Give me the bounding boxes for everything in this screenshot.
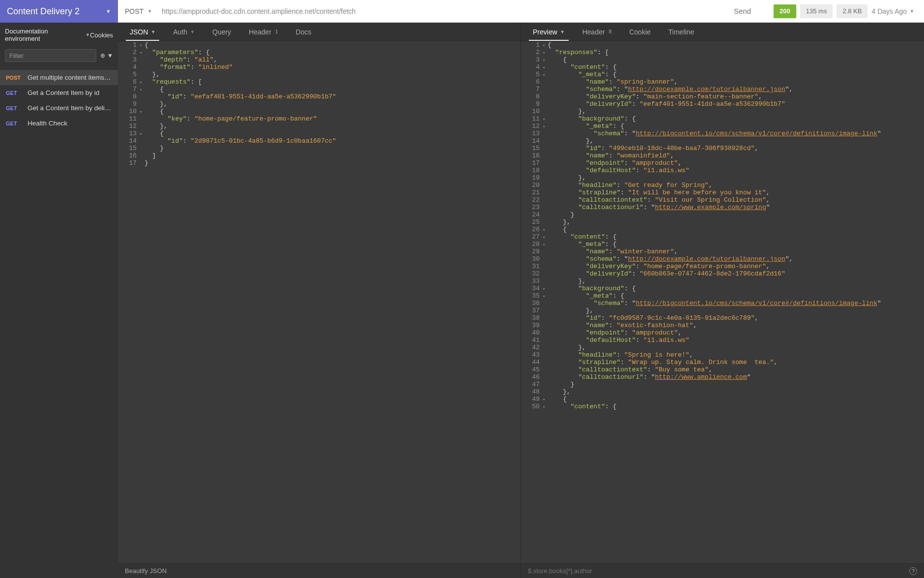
fold-icon[interactable]: ▾ [140,41,144,49]
line-number: 5 [118,71,140,78]
sidebar-item[interactable]: POSTGet multiple content items by id ... [0,70,118,85]
fold-icon[interactable]: ▾ [543,226,548,233]
code-line: 9 "deliveryId": "eefaf401-9551-41dd-aa5e… [521,100,924,108]
jsonpath-input[interactable]: $.store.books[*].author [528,567,592,575]
tab-timeline[interactable]: Timeline [660,23,703,41]
fold-icon[interactable]: ▾ [140,49,144,56]
code-content: { [144,108,169,115]
tab-json[interactable]: JSON▼ [121,23,164,41]
chevron-down-icon: ▼ [106,8,111,14]
code-content: }, [548,218,576,226]
sidebar-item[interactable]: GETGet a Content Item by id [0,85,118,100]
line-number: 16 [118,152,140,159]
fold-icon [543,329,548,336]
fold-icon[interactable]: ▾ [543,292,548,300]
code-content: "background": { [548,115,640,122]
line-number: 2 [118,49,140,56]
code-line: 9 }, [118,100,520,108]
fold-icon[interactable]: ▾ [140,130,144,137]
tab-query[interactable]: Query [203,23,240,41]
timestamp-label: 4 Days Ago [871,7,907,15]
tab-auth[interactable]: Auth▼ [164,23,203,41]
response-time-pill: 135 ms [800,4,833,18]
filter-row: ⊕ ▼ [0,47,118,67]
fold-icon[interactable]: ▾ [543,56,548,63]
history-timestamp-dropdown[interactable]: 4 Days Ago ▼ [871,7,924,15]
fold-icon[interactable]: ▾ [543,395,548,403]
fold-icon [140,56,144,63]
fold-icon[interactable]: ▾ [543,403,548,410]
fold-icon [543,263,548,270]
chevron-down-icon: ▼ [560,30,565,34]
request-body-editor[interactable]: 1▾{2▾ "parameters": {3 "depth": "all",4 … [118,41,521,563]
code-content: } [144,145,169,152]
code-content: "background": { [548,285,640,292]
beautify-json-button[interactable]: Beautify JSON [125,567,167,575]
new-request-dropdown[interactable]: ⊕ ▼ [100,52,113,59]
workspace-selector[interactable]: Content Delivery 2 ▼ [0,0,118,23]
line-number: 45 [521,366,543,373]
code-line: 36 "schema": "http://bigcontent.io/cms/s… [521,300,924,307]
code-content: "endpoint": "ampproduct", [548,329,687,336]
environment-selector[interactable]: Documentation environment ▼ [5,28,90,42]
code-content: "id": "499ceb10-18dc-48be-baa7-306f93892… [548,145,763,152]
filter-input[interactable] [5,49,96,62]
fold-icon[interactable]: ▾ [140,108,144,115]
code-content: "content": { [548,403,621,410]
code-content: "_meta": { [548,71,621,78]
fold-icon[interactable]: ▾ [543,233,548,241]
code-content: "calltoactiontext": "Buy some tea", [548,366,718,373]
fold-icon[interactable]: ▾ [140,86,144,93]
fold-icon[interactable]: ▾ [543,71,548,78]
fold-icon[interactable]: ▾ [543,41,548,49]
response-body-viewer[interactable]: 1▾{2▾ "responses": [3▾ {4▾ "content": {5… [521,41,924,563]
code-line: 1▾{ [118,41,520,49]
fold-icon[interactable]: ▾ [543,49,548,56]
tab-docs[interactable]: Docs [287,23,320,41]
code-line: 44 "strapline": "Wrap up. Stay calm. Dri… [521,359,924,366]
fold-icon[interactable]: ▾ [543,115,548,122]
code-line: 7 "schema": "http://docexample.com/tutor… [521,86,924,93]
code-content: "headline": "Spring is here!", [548,351,698,359]
tab-preview[interactable]: Preview▼ [524,23,574,41]
fold-icon[interactable]: ▾ [543,63,548,71]
fold-icon[interactable]: ▾ [140,78,144,86]
code-line: 11▾ "background": { [521,115,924,122]
tab-cookie[interactable]: Cookie [620,23,660,41]
line-number: 4 [118,63,140,71]
fold-icon [543,218,548,226]
line-number: 31 [521,263,543,270]
code-line: 34▾ "background": { [521,285,924,292]
chevron-down-icon: ▼ [910,9,914,14]
sidebar-item[interactable]: GETGet a Content Item by delivery key [0,100,118,116]
code-content: "schema": "http://bigcontent.io/cms/sche… [548,300,886,307]
sidebar-item[interactable]: GETHealth Check [0,116,118,131]
http-method-selector[interactable]: POST ▼ [118,7,159,15]
line-number: 36 [521,300,543,307]
fold-icon[interactable]: ▾ [543,241,548,248]
fold-icon [140,115,144,122]
code-content: }, [548,388,576,395]
code-line: 8 "id": "eefaf401-9551-41dd-aa5e-a536299… [118,93,520,100]
code-content: { [144,130,169,137]
line-number: 8 [118,93,140,100]
fold-icon[interactable]: ▾ [543,122,548,130]
line-number: 47 [521,381,543,388]
send-button[interactable]: Send [723,7,762,15]
fold-icon [543,204,548,211]
code-content: { [548,395,572,403]
cookies-button[interactable]: Cookies [90,31,113,39]
request-url-input[interactable]: https://ampproduct-doc.cdn.content.ampli… [159,7,723,15]
fold-icon[interactable]: ▾ [543,285,548,292]
help-icon[interactable]: ? [909,567,917,575]
code-line: 10 }, [521,108,924,115]
tab-header[interactable]: Header1 [240,23,287,41]
code-line: 49▾ { [521,395,924,403]
line-number: 20 [521,182,543,189]
code-content: "deliveryKey": "home-page/feature-promo-… [548,263,775,270]
code-line: 40 "endpoint": "ampproduct", [521,329,924,336]
fold-icon [543,255,548,263]
line-number: 27 [521,233,543,241]
tab-header[interactable]: Header8 [574,23,620,41]
line-number: 33 [521,277,543,285]
